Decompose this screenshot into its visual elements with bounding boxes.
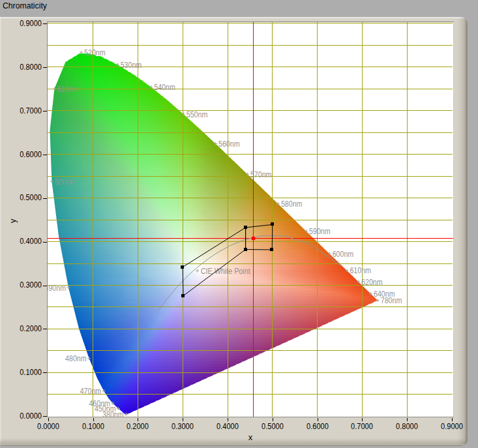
svg-text:510nm: 510nm — [57, 84, 79, 94]
svg-text:520nm: 520nm — [84, 48, 106, 57]
svg-text:500nm: 500nm — [55, 177, 76, 187]
svg-text:590nm: 590nm — [309, 226, 331, 236]
svg-text:CIE White Point: CIE White Point — [201, 266, 250, 276]
svg-text:610nm: 610nm — [350, 265, 371, 275]
svg-text:550nm: 550nm — [187, 110, 208, 119]
svg-text:470nm: 470nm — [80, 386, 102, 396]
svg-text:560nm: 560nm — [218, 139, 240, 149]
svg-text:600nm: 600nm — [333, 249, 354, 259]
svg-text:620nm: 620nm — [361, 277, 383, 287]
svg-text:530nm: 530nm — [121, 60, 142, 70]
svg-text:570nm: 570nm — [250, 170, 272, 179]
svg-text:490nm: 490nm — [48, 283, 66, 293]
svg-text:380nm: 380nm — [102, 410, 124, 417]
svg-text:780nm: 780nm — [381, 295, 402, 305]
svg-text:480nm: 480nm — [65, 353, 87, 363]
svg-text:540nm: 540nm — [154, 82, 175, 92]
svg-text:580nm: 580nm — [281, 199, 303, 209]
